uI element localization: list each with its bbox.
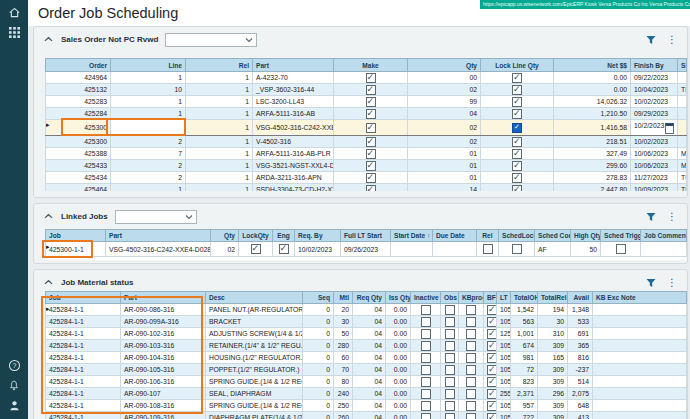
kbprod-checkbox[interactable] <box>466 353 476 363</box>
cell-line[interactable]: 10 <box>111 84 186 96</box>
cell-bf[interactable] <box>484 388 497 400</box>
column-header-eng[interactable]: Eng <box>273 230 295 242</box>
kbprod-checkbox[interactable] <box>466 377 476 387</box>
cell-line[interactable]: 1 <box>111 184 186 192</box>
cell-make[interactable] <box>334 84 408 96</box>
cell-totaloh[interactable]: 72 <box>511 364 538 376</box>
linked-jobs-dropdown[interactable] <box>115 210 197 224</box>
cell-line[interactable]: 2 <box>111 136 186 148</box>
cell-mtl[interactable]: 240 <box>334 388 353 400</box>
cell-order[interactable]: 425434 <box>46 172 111 184</box>
bf-checkbox[interactable] <box>487 353 497 363</box>
cell-obs[interactable] <box>441 388 459 400</box>
cell-avail[interactable]: 816 <box>568 352 593 364</box>
lock-checkbox[interactable] <box>512 97 522 107</box>
kbprod-checkbox[interactable] <box>466 413 476 419</box>
column-header-order[interactable]: Order <box>46 59 111 72</box>
cell-make[interactable] <box>334 136 408 148</box>
cell-ship[interactable]: TU <box>678 184 687 192</box>
cell-avail[interactable]: 514 <box>568 376 593 388</box>
cell-net[interactable]: 0.00 <box>554 84 631 96</box>
cell-finish[interactable]: 10/02/2023 <box>631 96 678 108</box>
grid-row[interactable]: 425284-1-1AR-090-107SEAL, DIAPHRAGM02400… <box>46 388 687 400</box>
cell-part[interactable]: AR-090-104-316 <box>121 352 206 364</box>
cell-issqty[interactable]: 0.00 <box>386 304 411 316</box>
cell-rel[interactable]: 1 <box>186 184 253 192</box>
collapse-chevron-icon[interactable] <box>42 277 54 289</box>
cell-obs[interactable] <box>441 364 459 376</box>
grid-menu-kebab-icon[interactable]: ⋮ <box>665 210 679 224</box>
cell-net[interactable]: 327.49 <box>554 148 631 160</box>
cell-job[interactable]: 425284-1-1 <box>46 352 121 364</box>
column-header-part[interactable]: Part <box>106 230 211 242</box>
inactive-checkbox[interactable] <box>421 353 431 363</box>
cell-inactive[interactable] <box>411 352 441 364</box>
grid-menu-kebab-icon[interactable]: ⋮ <box>665 276 679 290</box>
cell-rel[interactable]: 1 <box>186 136 253 148</box>
cell-part[interactable]: A-4232-70 <box>253 72 334 84</box>
grid-row[interactable]: 42538871ARFA-5111-316-AB-PLR01327.4910/0… <box>46 148 687 160</box>
inactive-checkbox[interactable] <box>421 317 431 327</box>
cell-qty[interactable]: 14 <box>408 184 481 192</box>
cell-part[interactable]: ARFA-5111-316-AB-PLR <box>253 148 334 160</box>
column-header-obs[interactable]: Obs <box>441 292 459 304</box>
cell-totalrel[interactable]: 296 <box>538 388 568 400</box>
cell-qty[interactable]: 02 <box>408 84 481 96</box>
cell-seq[interactable]: 0 <box>303 388 334 400</box>
cell-job[interactable]: 425284-1-1 <box>46 328 121 340</box>
cell-net[interactable]: 2,447.80 <box>554 184 631 192</box>
cell-seq[interactable]: 0 <box>303 412 334 419</box>
cell-kbprod[interactable] <box>459 328 484 340</box>
cell-obs[interactable] <box>441 340 459 352</box>
cell-order[interactable]: 424964 <box>46 72 111 84</box>
cell-reqby[interactable]: 10/02/2023 <box>295 242 341 257</box>
column-header-net[interactable]: Net $$ <box>554 59 631 72</box>
cell-totalrel[interactable]: 310 <box>538 328 568 340</box>
cell-part[interactable]: LSC-3200-LL43 <box>253 96 334 108</box>
column-header-job[interactable]: Job <box>46 230 106 242</box>
cell-totaloh[interactable]: 2,371 <box>511 388 538 400</box>
make-checkbox[interactable] <box>366 97 376 107</box>
cell-part[interactable]: VSG-4502-316-C242-XXE4-D028 <box>253 120 334 136</box>
cell-net[interactable]: 14,026.32 <box>554 96 631 108</box>
cell-order[interactable]: 425283 <box>46 96 111 108</box>
cell-job[interactable]: 425284-1-1 <box>46 316 121 328</box>
bf-checkbox[interactable] <box>487 365 497 375</box>
grid-row[interactable]: 425284-1-1AR-090-109-316DIAPHRAGM PLATE(… <box>46 412 687 419</box>
cell-ship[interactable]: THU <box>678 84 687 96</box>
lock-checkbox[interactable] <box>512 137 522 147</box>
column-header-schedcode[interactable]: Sched Code <box>535 230 571 242</box>
cell-rel[interactable] <box>477 242 499 257</box>
cell-seq[interactable]: 0 <box>303 316 334 328</box>
cell-totalrel[interactable]: 165 <box>538 352 568 364</box>
obs-checkbox[interactable] <box>445 341 455 351</box>
cell-finish[interactable]: 10/06/2023 <box>631 148 678 160</box>
cell-line[interactable]: 7 <box>111 148 186 160</box>
cell-avail[interactable]: 533 <box>568 316 593 328</box>
column-header-duedate[interactable]: Due Date <box>433 230 477 242</box>
lock-checkbox[interactable] <box>512 109 522 119</box>
cell-qty[interactable]: 99 <box>408 96 481 108</box>
column-header-avail[interactable]: Avail <box>568 292 593 304</box>
column-header-lock[interactable]: Lock Line Qty <box>481 59 554 72</box>
cell-inactive[interactable] <box>411 376 441 388</box>
cell-seq[interactable]: 0 <box>303 304 334 316</box>
cell-note[interactable] <box>593 364 687 376</box>
cell-note[interactable] <box>593 340 687 352</box>
cell-rel[interactable]: 1 <box>186 120 253 136</box>
cell-lock[interactable] <box>481 148 554 160</box>
cell-lt[interactable]: 105 <box>497 304 511 316</box>
cell-qty[interactable]: 02 <box>408 120 481 136</box>
cell-order[interactable]: 425388 <box>46 148 111 160</box>
cell-totalrel[interactable]: 309 <box>538 340 568 352</box>
column-header-highqty[interactable]: High Qty <box>571 230 601 242</box>
cell-desc[interactable]: DIAPHRAGM PLATE(1/4 & 1/2 REG, PC) <box>206 412 303 419</box>
obs-checkbox[interactable] <box>445 389 455 399</box>
cell-ship[interactable]: TUE <box>678 172 687 184</box>
cell-note[interactable] <box>593 412 687 419</box>
cell-lt[interactable]: 105 <box>497 352 511 364</box>
cell-lt[interactable]: 125 <box>497 328 511 340</box>
cell-finish[interactable]: 09/22/2023 <box>631 72 678 84</box>
cell-line[interactable]: 2 <box>111 160 186 172</box>
inactive-checkbox[interactable] <box>421 377 431 387</box>
